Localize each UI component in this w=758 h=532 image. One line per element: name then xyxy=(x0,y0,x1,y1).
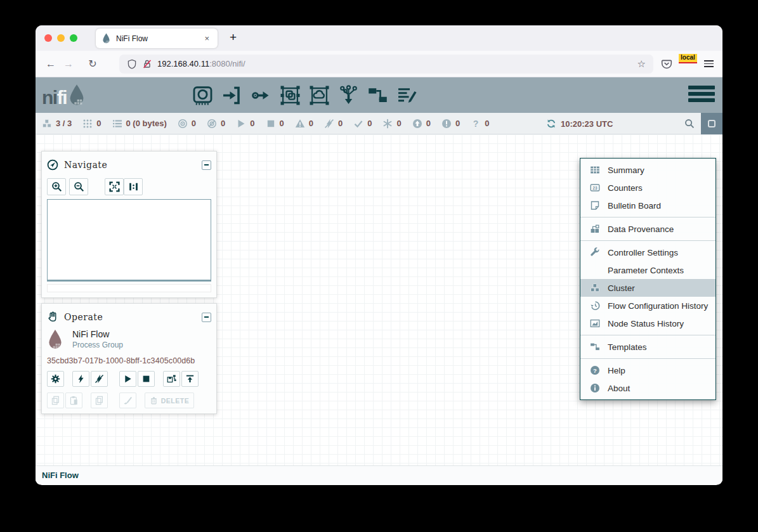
new-tab-button[interactable]: + xyxy=(225,30,242,44)
help-icon xyxy=(590,365,600,375)
enable-button[interactable] xyxy=(72,371,89,387)
up-to-date-icon xyxy=(353,119,363,129)
stat-locally-modified-and-stale: 0 xyxy=(441,119,460,129)
operate-panel-title: Operate xyxy=(64,312,202,322)
navigate-toolbar xyxy=(47,178,211,195)
menu-item-flow-configuration-history[interactable]: Flow Configuration History xyxy=(580,297,716,315)
copy-button[interactable] xyxy=(47,393,64,408)
menu-item-controller-settings[interactable]: Controller Settings xyxy=(580,243,716,261)
delete-button[interactable]: DELETE xyxy=(145,393,194,408)
upload-template-button[interactable] xyxy=(181,371,199,387)
navigate-panel: Navigate xyxy=(41,151,217,298)
zoom-in-button[interactable] xyxy=(47,178,66,195)
invalid-icon xyxy=(295,119,305,129)
processor-icon[interactable] xyxy=(192,85,213,106)
stop-button[interactable] xyxy=(138,371,155,387)
upload-template-icon xyxy=(185,374,195,384)
last-refreshed-time: 10:20:23 UTC xyxy=(561,119,613,129)
global-menu-button[interactable] xyxy=(688,86,715,102)
group-button[interactable] xyxy=(91,393,108,408)
input-port-icon[interactable] xyxy=(221,85,242,106)
cluster-icon xyxy=(590,283,600,293)
collapse-navigate-button[interactable] xyxy=(202,160,211,170)
fill-color-button[interactable] xyxy=(119,393,136,408)
remote-process-group-icon[interactable] xyxy=(309,85,330,106)
forward-button[interactable]: → xyxy=(60,58,77,70)
breadcrumb-root[interactable]: NiFi Flow xyxy=(42,470,79,480)
menu-item-templates[interactable]: Templates xyxy=(580,338,716,356)
disable-icon xyxy=(95,374,104,384)
stop-icon xyxy=(141,374,151,384)
browser-menu-button[interactable] xyxy=(704,60,714,67)
profile-button[interactable]: local xyxy=(681,57,695,71)
component-toolbar xyxy=(192,85,417,106)
zoom-fit-button[interactable] xyxy=(105,178,124,195)
menu-item-help[interactable]: Help xyxy=(580,361,716,379)
controller-settings-icon xyxy=(590,247,600,257)
template-icon[interactable] xyxy=(367,85,388,106)
refresh-icon[interactable] xyxy=(546,119,556,129)
url-host: 192.168.40.11 xyxy=(157,59,209,68)
funnel-icon[interactable] xyxy=(338,85,359,106)
zoom-out-button[interactable] xyxy=(69,178,88,195)
birdseye-view[interactable] xyxy=(47,199,211,282)
stopped-icon xyxy=(266,119,276,129)
birdseye-brand-strip xyxy=(47,284,211,292)
close-window-button[interactable] xyxy=(44,34,52,42)
menu-separator xyxy=(580,217,716,217)
reload-button[interactable]: ↻ xyxy=(84,58,101,70)
menu-separator xyxy=(580,358,716,359)
menu-item-about[interactable]: About xyxy=(580,379,716,397)
minimize-window-button[interactable] xyxy=(57,34,65,42)
configuration-button[interactable] xyxy=(47,371,64,387)
copy-icon xyxy=(51,396,60,405)
label-icon[interactable] xyxy=(396,85,417,106)
counters-icon xyxy=(590,183,600,193)
nifi-logo: nifi xyxy=(42,84,86,107)
selection-id: 35cbd3b7-017b-1000-8bff-1c3405c00d6b xyxy=(47,356,211,365)
disabled-icon xyxy=(324,119,334,129)
back-button[interactable]: ← xyxy=(42,58,60,70)
menu-item-node-status-history[interactable]: Node Status History xyxy=(580,315,716,332)
browser-tab[interactable]: NiFi Flow × xyxy=(96,29,218,48)
shield-icon[interactable] xyxy=(127,59,137,69)
selection-type: Process Group xyxy=(72,341,123,349)
menu-item-counters[interactable]: Counters xyxy=(580,179,716,197)
menu-item-parameter-contexts[interactable]: Parameter Contexts xyxy=(580,261,716,279)
square-glyph-icon xyxy=(708,120,716,127)
stat-sync-failure: 0 xyxy=(471,119,489,129)
cluster-nodes-icon xyxy=(42,119,52,129)
insecure-lock-icon[interactable] xyxy=(142,59,152,69)
disable-button[interactable] xyxy=(91,371,108,387)
search-icon[interactable] xyxy=(684,119,695,129)
paste-button[interactable] xyxy=(65,393,82,408)
save-template-icon xyxy=(167,374,176,384)
menu-item-data-provenance[interactable]: Data Provenance xyxy=(580,220,716,238)
nifi-app: nifi 3 / 3 0 0 (0 bytes) 0 0 0 0 xyxy=(36,77,722,484)
bookmark-star-icon[interactable]: ☆ xyxy=(637,58,646,70)
browser-window: NiFi Flow × + ← → ↻ 192.168.40.11:8080/n… xyxy=(36,25,722,485)
actual-size-button[interactable] xyxy=(124,178,143,195)
not-transmitting-icon xyxy=(207,119,217,129)
pocket-icon[interactable] xyxy=(661,58,672,70)
start-icon xyxy=(123,374,133,384)
maximize-window-button[interactable] xyxy=(70,34,77,42)
refresh-status[interactable]: 10:20:23 UTC xyxy=(546,113,613,134)
start-button[interactable] xyxy=(119,371,136,387)
nifi-drop-logo-icon xyxy=(68,84,86,107)
save-template-button[interactable] xyxy=(163,371,180,387)
status-bar-right-button[interactable] xyxy=(701,113,722,134)
operate-toolbar-row-2: DELETE xyxy=(47,393,211,408)
flow-status-bar: 3 / 3 0 0 (0 bytes) 0 0 0 0 0 0 0 0 0 0 … xyxy=(36,113,722,134)
close-tab-icon[interactable]: × xyxy=(202,33,212,44)
menu-item-cluster[interactable]: Cluster xyxy=(580,279,716,297)
menu-item-bulletin-board[interactable]: Bulletin Board xyxy=(580,197,716,214)
url-bar[interactable]: 192.168.40.11:8080/nifi/ ☆ xyxy=(119,55,653,74)
group-icon xyxy=(95,396,104,405)
collapse-operate-button[interactable] xyxy=(202,313,211,322)
fill-color-icon xyxy=(123,396,133,405)
process-group-icon[interactable] xyxy=(280,85,301,106)
fit-icon xyxy=(109,181,120,192)
menu-item-summary[interactable]: Summary xyxy=(580,161,716,179)
output-port-icon[interactable] xyxy=(251,85,271,106)
